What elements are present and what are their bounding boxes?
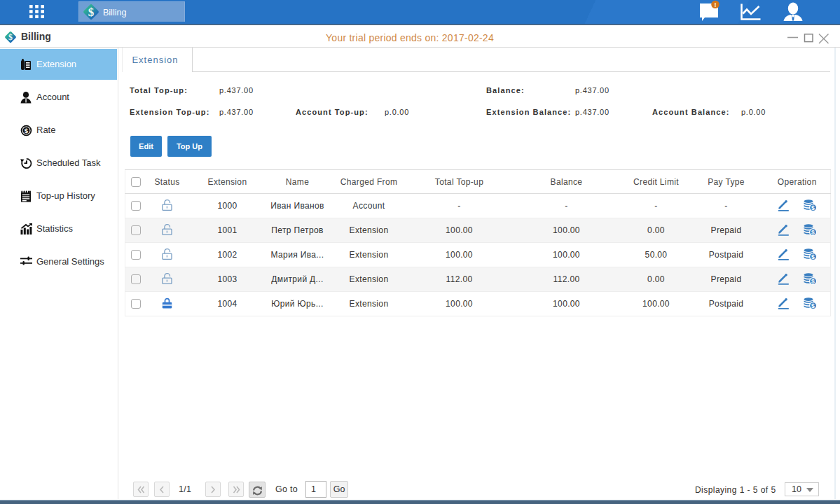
svg-text:$: $ <box>811 228 815 235</box>
svg-text:$: $ <box>811 253 815 260</box>
svg-text:!: ! <box>715 1 717 8</box>
svg-text:$: $ <box>811 277 815 284</box>
svg-text:$: $ <box>811 302 815 309</box>
svg-text:$: $ <box>811 204 815 211</box>
svg-text:$: $ <box>25 127 29 134</box>
svg-text:$: $ <box>88 6 95 19</box>
